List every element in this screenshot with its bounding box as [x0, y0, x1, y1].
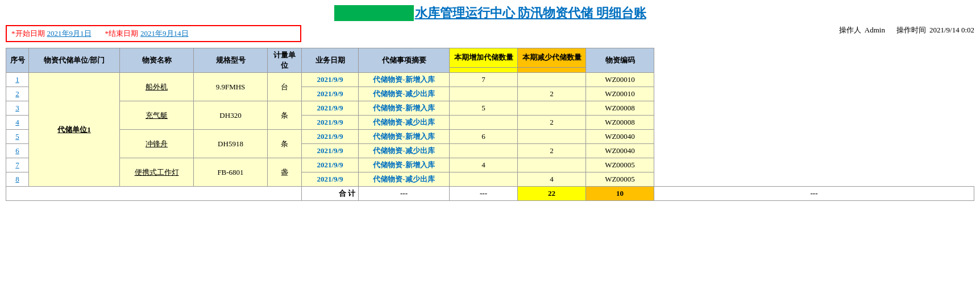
date-cell: 2021/9/9 [302, 172, 359, 187]
spec-cell: DH320 [194, 101, 268, 130]
page-wrapper: 水库管理运行中心 防汛物资代储 明细台账 *开始日期 2021年9月1日 *结束… [0, 0, 980, 205]
code-cell: WZ00005 [586, 158, 654, 172]
increase-cell: 4 [450, 158, 518, 172]
footer-decrease: 10 [586, 187, 654, 201]
th-unit: 物资代储单位/部门 [29, 48, 120, 73]
date-cell: 2021/9/9 [302, 144, 359, 158]
increase-cell [450, 87, 518, 101]
summary-cell: 代储物资-减少出库 [359, 116, 450, 130]
increase-cell: 5 [450, 101, 518, 116]
th-code: 物资编码 [586, 48, 654, 73]
increase-cell: 6 [450, 130, 518, 144]
spec-cell: DH5918 [194, 130, 268, 158]
measure-cell: 盏 [268, 158, 302, 187]
seq-cell[interactable]: 8 [6, 172, 29, 187]
spec-cell: 9.9FMHS [194, 73, 268, 101]
spec-cell: FB-6801 [194, 158, 268, 187]
increase-cell [450, 172, 518, 187]
code-cell: WZ00008 [586, 116, 654, 130]
page-title: 水库管理运行中心 防汛物资代储 明细台账 [415, 6, 646, 20]
summary-cell: 代储物资-减少出库 [359, 144, 450, 158]
code-cell: WZ00040 [586, 144, 654, 158]
code-cell: WZ00040 [586, 130, 654, 144]
date-cell: 2021/9/9 [302, 101, 359, 116]
table-row: 1代储单位1船外机9.9FMHS台2021/9/9代储物资-新增入库7WZ000… [6, 73, 974, 87]
table-row: 7便携式工作灯FB-6801盏2021/9/9代储物资-新增入库4WZ00005 [6, 158, 974, 172]
date-cell: 2021/9/9 [302, 158, 359, 172]
th-increase: 本期增加代储数量 [450, 48, 518, 68]
measure-cell: 台 [268, 73, 302, 101]
summary-cell: 代储物资-新增入库 [359, 158, 450, 172]
seq-cell[interactable]: 7 [6, 158, 29, 172]
seq-cell[interactable]: 2 [6, 87, 29, 101]
footer-summary: --- [450, 187, 518, 201]
seq-cell[interactable]: 6 [6, 144, 29, 158]
th-spec: 规格型号 [194, 48, 268, 73]
product-cell: 船外机 [120, 73, 194, 101]
footer-empty [6, 187, 302, 201]
seq-cell[interactable]: 5 [6, 130, 29, 144]
th-decrease-2 [518, 67, 586, 72]
start-date-value: 2021年9月1日 [47, 28, 92, 39]
decrease-cell [518, 73, 586, 87]
code-cell: WZ00008 [586, 101, 654, 116]
footer-increase: 22 [518, 187, 586, 201]
measure-cell: 条 [268, 101, 302, 130]
table-row: 3充气艇DH320条2021/9/9代储物资-新增入库5WZ00008 [6, 101, 974, 116]
th-unit-measure: 计量单位 [268, 48, 302, 73]
green-block-icon [334, 5, 414, 21]
decrease-cell: 2 [518, 144, 586, 158]
th-summary: 代储事项摘要 [359, 48, 450, 73]
th-seq: 序号 [6, 48, 29, 73]
date-cell: 2021/9/9 [302, 130, 359, 144]
th-increase-2 [450, 67, 518, 72]
decrease-cell [518, 158, 586, 172]
time-label: 操作时间 [896, 25, 926, 35]
code-cell: WZ00010 [586, 87, 654, 101]
time-value: 2021/9/14 0:02 [929, 26, 974, 35]
footer-date: --- [359, 187, 450, 201]
increase-cell [450, 116, 518, 130]
footer-total-label: 合 计 [302, 187, 359, 201]
product-cell: 冲锋舟 [120, 130, 194, 158]
increase-cell [450, 144, 518, 158]
increase-cell: 7 [450, 73, 518, 87]
header-row: 序号 物资代储单位/部门 物资名称 规格型号 计量单位 业务日期 代储事项摘要 … [6, 48, 974, 68]
operator-value: Admin [865, 26, 885, 35]
date-cell: 2021/9/9 [302, 73, 359, 87]
decrease-cell: 2 [518, 116, 586, 130]
summary-cell: 代储物资-新增入库 [359, 101, 450, 116]
end-date-label: *结束日期 [105, 28, 139, 39]
seq-cell[interactable]: 4 [6, 116, 29, 130]
decrease-cell [518, 130, 586, 144]
end-date-value: 2021年9月14日 [140, 28, 189, 39]
main-table: 序号 物资代储单位/部门 物资名称 规格型号 计量单位 业务日期 代储事项摘要 … [6, 48, 974, 201]
footer-code: --- [654, 187, 974, 201]
summary-cell: 代储物资-新增入库 [359, 73, 450, 87]
summary-cell: 代储物资-减少出库 [359, 172, 450, 187]
footer-row: 合 计------2210--- [6, 187, 974, 201]
operator-label: 操作人 [839, 25, 861, 35]
date-cell: 2021/9/9 [302, 116, 359, 130]
product-cell: 便携式工作灯 [120, 158, 194, 187]
time-item: 操作时间 2021/9/14 0:02 [896, 25, 974, 35]
measure-cell: 条 [268, 130, 302, 158]
seq-cell[interactable]: 3 [6, 101, 29, 116]
th-date: 业务日期 [302, 48, 359, 73]
product-cell: 充气艇 [120, 101, 194, 130]
date-cell: 2021/9/9 [302, 87, 359, 101]
summary-cell: 代储物资-新增入库 [359, 130, 450, 144]
unit-cell: 代储单位1 [29, 73, 120, 187]
meta-row: 操作人 Admin 操作时间 2021/9/14 0:02 [839, 25, 974, 35]
start-date-label: *开始日期 [11, 28, 45, 39]
filter-row: *开始日期 2021年9月1日 *结束日期 2021年9月14日 [6, 25, 301, 42]
seq-cell[interactable]: 1 [6, 73, 29, 87]
title-row: 水库管理运行中心 防汛物资代储 明细台账 [6, 5, 974, 22]
decrease-cell: 4 [518, 172, 586, 187]
decrease-cell: 2 [518, 87, 586, 101]
code-cell: WZ00005 [586, 172, 654, 187]
code-cell: WZ00010 [586, 73, 654, 87]
th-name: 物资名称 [120, 48, 194, 73]
th-decrease: 本期减少代储数量 [518, 48, 586, 68]
summary-cell: 代储物资-减少出库 [359, 87, 450, 101]
